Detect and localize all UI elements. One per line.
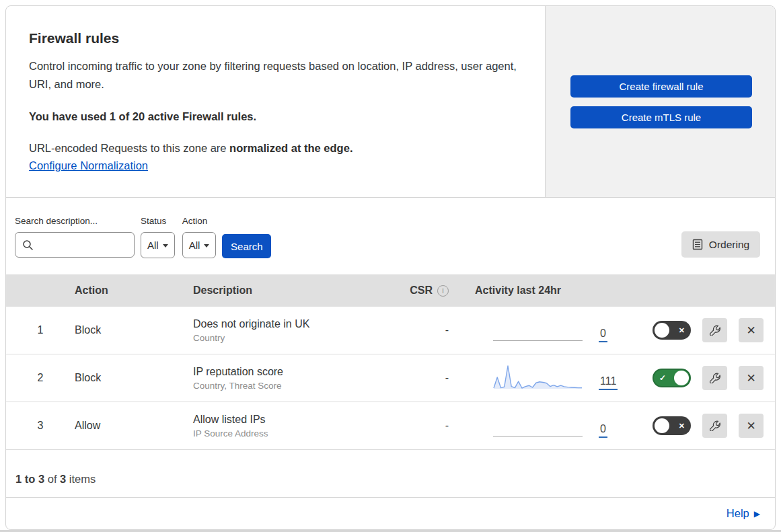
close-icon: ✕	[746, 420, 755, 432]
rule-controls: ✓ ✕	[645, 366, 775, 390]
toggle-knob	[655, 418, 669, 433]
rule-activity-cell: 111	[455, 354, 645, 402]
delete-rule-button[interactable]: ✕	[739, 318, 764, 342]
edit-rule-button[interactable]	[702, 318, 727, 342]
toggle-x-icon: ✕	[679, 326, 685, 335]
edit-rule-button[interactable]	[702, 366, 727, 390]
rule-csr: -	[383, 372, 455, 384]
header-text-area: Firewall rules Control incoming traffic …	[6, 6, 545, 197]
actions-panel: Create firewall rule Create mTLS rule	[545, 6, 775, 197]
configure-normalization-link[interactable]: Configure Normalization	[29, 159, 148, 172]
help-label: Help	[727, 507, 749, 520]
activity-count-link[interactable]: 0	[599, 424, 607, 438]
rule-enable-toggle[interactable]: ✕	[653, 321, 691, 340]
activity-count-link[interactable]: 111	[599, 376, 618, 390]
activity-flatline	[493, 340, 583, 341]
csr-label: CSR	[410, 284, 433, 297]
create-mtls-rule-button[interactable]: Create mTLS rule	[570, 106, 752, 128]
firewall-rules-page: Firewall rules Control incoming traffic …	[0, 0, 781, 532]
ordering-list-icon	[692, 239, 703, 250]
table-row: 2 Block IP reputation score Country, Thr…	[6, 354, 775, 402]
status-dropdown[interactable]: All	[141, 232, 175, 258]
rule-controls: ✕ ✕	[645, 414, 775, 438]
filter-bar: Search description... Status All Action	[6, 198, 775, 274]
create-firewall-rule-button[interactable]: Create firewall rule	[570, 75, 752, 98]
chevron-down-icon	[163, 244, 168, 248]
search-group: Search description...	[15, 216, 135, 258]
rule-csr: -	[383, 420, 455, 432]
rule-priority: 2	[6, 372, 75, 384]
column-csr: CSR i	[383, 284, 455, 297]
normalization-note: URL-encoded Requests to this zone are no…	[29, 142, 522, 155]
rule-description-cell: IP reputation score Country, Threat Scor…	[193, 366, 383, 391]
help-strip: Help ▶	[6, 498, 775, 529]
activity-sparkline	[493, 363, 583, 390]
column-action: Action	[75, 284, 193, 297]
rule-action: Block	[75, 372, 193, 384]
rule-priority: 3	[6, 420, 75, 432]
close-icon: ✕	[746, 373, 755, 384]
ordering-button-label: Ordering	[709, 239, 749, 251]
status-dropdown-value: All	[147, 239, 159, 251]
firewall-rules-card: Firewall rules Control incoming traffic …	[5, 5, 776, 530]
close-icon: ✕	[746, 325, 755, 336]
page-title: Firewall rules	[29, 30, 522, 46]
header-section: Firewall rules Control incoming traffic …	[6, 6, 775, 198]
table-row: 3 Allow Allow listed IPs IP Source Addre…	[6, 402, 775, 450]
pagination-range: 1 to 3	[15, 473, 44, 485]
table-header: Action Description CSR i Activity last 2…	[6, 274, 775, 307]
column-activity: Activity last 24hr	[455, 284, 645, 297]
page-description: Control incoming traffic to your zone by…	[29, 57, 521, 93]
action-label: Action	[182, 216, 217, 226]
normalization-text: URL-encoded Requests to this zone are	[29, 142, 229, 154]
toggle-knob	[655, 323, 669, 338]
help-link[interactable]: Help ▶	[727, 507, 760, 520]
rule-description: Allow listed IPs	[193, 414, 383, 426]
rule-description: Does not originate in UK	[193, 318, 383, 330]
toggle-knob	[674, 371, 689, 385]
activity-flatline	[493, 436, 583, 436]
search-label: Search description...	[15, 216, 135, 226]
rule-description-cell: Allow listed IPs IP Source Address	[193, 414, 383, 439]
rule-csr: -	[383, 324, 455, 336]
search-button[interactable]: Search	[222, 234, 271, 258]
rule-priority: 1	[6, 324, 75, 336]
status-label: Status	[141, 216, 175, 226]
rule-criteria: Country	[193, 333, 383, 343]
rule-enable-toggle[interactable]: ✓	[653, 369, 691, 387]
toggle-x-icon: ✕	[679, 422, 685, 430]
wrench-icon	[710, 420, 720, 431]
table-row: 1 Block Does not originate in UK Country…	[6, 307, 775, 354]
delete-rule-button[interactable]: ✕	[739, 414, 764, 438]
toggle-check-icon: ✓	[659, 373, 666, 383]
rule-controls: ✕ ✕	[645, 318, 775, 342]
help-arrow-icon: ▶	[754, 510, 760, 518]
column-description: Description	[193, 284, 383, 297]
status-filter-group: Status All	[141, 216, 175, 258]
usage-summary: You have used 1 of 20 active Firewall ru…	[29, 110, 522, 123]
rule-activity-cell: 0	[455, 307, 645, 354]
info-icon[interactable]: i	[437, 285, 449, 297]
action-dropdown[interactable]: All	[182, 232, 217, 258]
activity-count-link[interactable]: 0	[599, 328, 607, 342]
rule-description-cell: Does not originate in UK Country	[193, 318, 383, 343]
wrench-icon	[710, 373, 720, 383]
rule-action: Block	[75, 324, 193, 336]
rule-action: Allow	[75, 420, 193, 432]
action-filter-group: Action All	[182, 216, 217, 258]
search-input[interactable]	[38, 239, 134, 252]
edit-rule-button[interactable]	[702, 414, 727, 438]
rule-description: IP reputation score	[193, 366, 383, 378]
rule-criteria: IP Source Address	[193, 428, 383, 439]
pagination-total: 3	[60, 473, 66, 485]
search-box[interactable]	[15, 232, 135, 258]
delete-rule-button[interactable]: ✕	[739, 366, 764, 390]
normalization-bold: normalized at the edge.	[229, 142, 352, 154]
chevron-down-icon	[204, 244, 209, 248]
rule-criteria: Country, Threat Score	[193, 381, 383, 391]
search-icon	[22, 239, 34, 251]
rule-activity-cell: 0	[455, 402, 645, 449]
action-dropdown-value: All	[189, 239, 200, 251]
rule-enable-toggle[interactable]: ✕	[653, 416, 691, 435]
ordering-button[interactable]: Ordering	[681, 231, 760, 258]
